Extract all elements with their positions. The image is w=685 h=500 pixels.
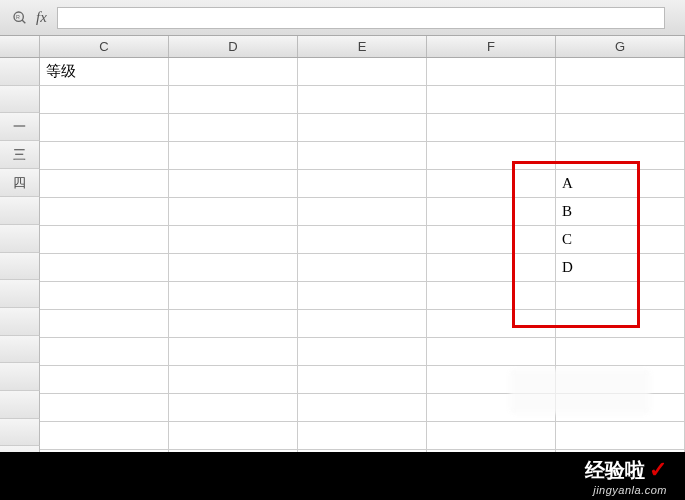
row-header[interactable] [0, 86, 40, 114]
cell[interactable] [556, 58, 685, 85]
check-icon: ✓ [649, 457, 667, 483]
cell[interactable] [40, 338, 169, 365]
cell[interactable]: A [556, 170, 685, 197]
cell[interactable] [427, 422, 556, 449]
cell[interactable] [556, 422, 685, 449]
cell[interactable] [298, 86, 427, 113]
cell[interactable] [169, 394, 298, 421]
cell[interactable] [298, 282, 427, 309]
row-header[interactable] [0, 419, 40, 447]
cell[interactable] [169, 142, 298, 169]
spreadsheet-area: C D E F G 一 三 四 等级 A [0, 36, 685, 474]
cell[interactable] [40, 142, 169, 169]
cell[interactable] [169, 58, 298, 85]
cell[interactable] [40, 254, 169, 281]
row-headers: 一 三 四 [0, 58, 40, 474]
fx-label[interactable]: fx [36, 9, 47, 26]
brand-en-text: jingyanla.com [593, 484, 667, 496]
cell[interactable] [298, 394, 427, 421]
cell[interactable] [298, 338, 427, 365]
cell[interactable] [40, 282, 169, 309]
cell[interactable] [298, 170, 427, 197]
row-header[interactable] [0, 253, 40, 281]
cell[interactable] [169, 366, 298, 393]
table-row: 等级 [40, 58, 685, 86]
cell[interactable] [40, 198, 169, 225]
row-header[interactable] [0, 363, 40, 391]
row-header[interactable] [0, 280, 40, 308]
cell[interactable] [427, 142, 556, 169]
cell[interactable] [40, 170, 169, 197]
cell[interactable] [169, 198, 298, 225]
cell[interactable] [298, 198, 427, 225]
cell[interactable] [40, 422, 169, 449]
cell[interactable]: B [556, 198, 685, 225]
cell[interactable] [298, 366, 427, 393]
col-header-D[interactable]: D [169, 36, 298, 57]
cell[interactable] [40, 226, 169, 253]
cell[interactable] [169, 310, 298, 337]
row-header[interactable] [0, 308, 40, 336]
select-all-corner[interactable] [0, 36, 40, 57]
cell[interactable] [556, 86, 685, 113]
cell[interactable] [298, 114, 427, 141]
cell[interactable] [169, 422, 298, 449]
cell[interactable] [298, 422, 427, 449]
cell[interactable] [556, 142, 685, 169]
cell[interactable] [427, 170, 556, 197]
row-header[interactable] [0, 58, 40, 86]
cell[interactable] [427, 226, 556, 253]
cell[interactable] [40, 86, 169, 113]
row-header[interactable] [0, 336, 40, 364]
col-header-E[interactable]: E [298, 36, 427, 57]
cell[interactable] [427, 58, 556, 85]
row-header[interactable] [0, 197, 40, 225]
cell[interactable]: C [556, 226, 685, 253]
cell[interactable] [298, 58, 427, 85]
cell[interactable] [427, 86, 556, 113]
brand-logo: 经验啦✓ jingyanla.com [585, 457, 667, 496]
cell[interactable] [298, 254, 427, 281]
cell[interactable] [169, 114, 298, 141]
cell[interactable] [40, 366, 169, 393]
formula-bar: R fx [0, 0, 685, 36]
cell[interactable] [298, 310, 427, 337]
cell[interactable] [169, 254, 298, 281]
cell[interactable] [556, 310, 685, 337]
cell[interactable] [169, 86, 298, 113]
formula-input[interactable] [57, 7, 665, 29]
row-header[interactable]: 一 [0, 113, 40, 141]
cell[interactable] [40, 114, 169, 141]
table-row [40, 338, 685, 366]
brand-cn-text: 经验啦✓ [585, 457, 667, 484]
cell[interactable] [427, 114, 556, 141]
cell[interactable] [556, 282, 685, 309]
cell[interactable]: 等级 [40, 58, 169, 85]
cell[interactable] [169, 338, 298, 365]
row-header[interactable] [0, 225, 40, 253]
row-header[interactable]: 三 [0, 141, 40, 169]
row-header[interactable]: 四 [0, 169, 40, 197]
col-header-C[interactable]: C [40, 36, 169, 57]
cell[interactable] [298, 142, 427, 169]
col-header-F[interactable]: F [427, 36, 556, 57]
zoom-reset-icon[interactable]: R [10, 8, 30, 28]
table-row [40, 310, 685, 338]
cell[interactable] [427, 198, 556, 225]
cell[interactable] [169, 170, 298, 197]
cell[interactable]: D [556, 254, 685, 281]
col-header-G[interactable]: G [556, 36, 685, 57]
cell[interactable] [427, 254, 556, 281]
cell[interactable] [169, 226, 298, 253]
cell[interactable] [298, 226, 427, 253]
cell[interactable] [556, 338, 685, 365]
cell[interactable] [169, 282, 298, 309]
cell[interactable] [427, 282, 556, 309]
cell[interactable] [427, 310, 556, 337]
table-row [40, 114, 685, 142]
cell[interactable] [40, 394, 169, 421]
cell[interactable] [556, 114, 685, 141]
cell[interactable] [427, 338, 556, 365]
cell[interactable] [40, 310, 169, 337]
row-header[interactable] [0, 391, 40, 419]
